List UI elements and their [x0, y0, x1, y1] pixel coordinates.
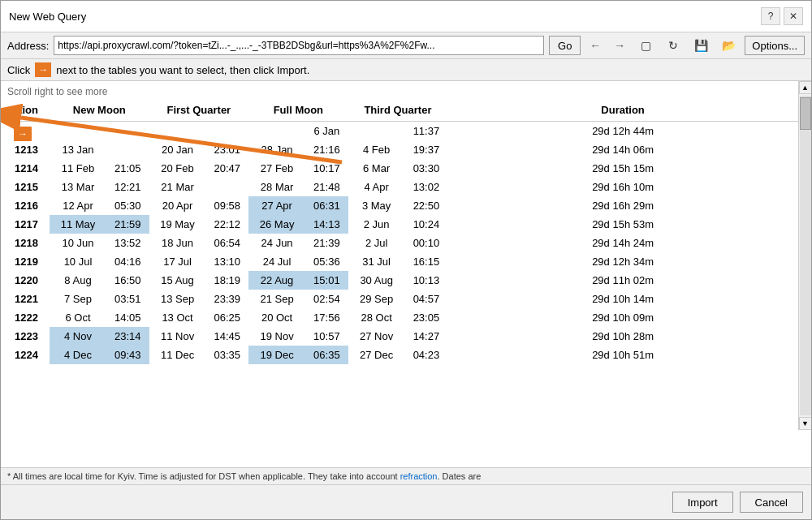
- cell-fq-time: 23:01: [206, 140, 249, 159]
- save-page-button[interactable]: 💾: [689, 36, 712, 55]
- cell-fq-time: 20:47: [206, 159, 249, 178]
- cell-duration: 29d 15h 15m: [447, 159, 798, 178]
- scroll-thumb[interactable]: [800, 97, 811, 130]
- cell-duration: 29d 16h 29m: [447, 196, 798, 215]
- import-button[interactable]: Import: [672, 492, 733, 513]
- dialog-title: New Web Query: [9, 11, 86, 23]
- open-page-button[interactable]: 📂: [717, 36, 740, 55]
- cell-fm-date: 22 Aug: [248, 271, 305, 290]
- instruction-arrow-icon: →: [35, 62, 51, 77]
- cell-fm-time: 21:16: [305, 140, 348, 159]
- cell-fm-time: 17:56: [305, 308, 348, 327]
- click-label: Click: [7, 64, 30, 76]
- col-header-new-moon: New Moon: [50, 99, 149, 122]
- cell-fm-time: 21:48: [305, 178, 348, 196]
- cell-tq-time: 00:10: [405, 234, 448, 252]
- col-header-duration: Duration: [447, 99, 798, 122]
- cell-tq-time: 19:37: [405, 140, 448, 159]
- cell-duration: 29d 14h 06m: [447, 140, 798, 159]
- cell-tq-time: 23:05: [405, 308, 448, 327]
- scrollbar-right[interactable]: ▲ ▼: [798, 81, 811, 430]
- address-input[interactable]: [54, 36, 544, 55]
- cell-fm-time: 15:01: [305, 271, 348, 290]
- cell-fm-date: 20 Oct: [248, 308, 305, 327]
- footer-note: * All times are local time for Kyiv. Tim…: [1, 467, 811, 484]
- cell-fq-date: [149, 122, 206, 141]
- cell-duration: 29d 10h 28m: [447, 327, 798, 346]
- cell-nm-date: 4 Dec: [50, 346, 106, 364]
- stop-button[interactable]: ▢: [634, 36, 657, 55]
- cell-fm-time: 06:31: [305, 196, 348, 215]
- table-row: 1217 11 May 21:59 19 May 22:12 26 May 14…: [1, 215, 798, 234]
- cell-num: 1220: [1, 271, 50, 290]
- cell-num: [1, 122, 50, 141]
- scroll-track: [800, 96, 811, 415]
- cell-fq-time: [206, 178, 249, 196]
- cell-fq-time: 18:19: [206, 271, 249, 290]
- table-row: 1216 12 Apr 05:30 20 Apr 09:58 27 Apr 06…: [1, 196, 798, 215]
- cell-nm-date: 10 Jun: [50, 234, 106, 252]
- table-row: 1220 8 Aug 16:50 15 Aug 18:19 22 Aug 15:…: [1, 271, 798, 290]
- cell-nm-time: 13:52: [106, 234, 149, 252]
- cell-tq-time: 11:37: [405, 122, 448, 141]
- cancel-button[interactable]: Cancel: [740, 492, 803, 513]
- cell-num: 1222: [1, 308, 50, 327]
- cell-fm-date: 21 Sep: [248, 290, 305, 308]
- table-row: 1215 13 Mar 12:21 21 Mar 28 Mar 21:48 4 …: [1, 178, 798, 196]
- cell-tq-time: 10:24: [405, 215, 448, 234]
- cell-fm-date: 19 Nov: [248, 327, 305, 346]
- cell-fm-date: 26 May: [248, 215, 305, 234]
- table-row: 1221 7 Sep 03:51 13 Sep 23:39 21 Sep 02:…: [1, 290, 798, 308]
- cell-fq-date: 11 Nov: [149, 327, 206, 346]
- cell-fm-time: 06:35: [305, 346, 348, 364]
- cell-num: 1215: [1, 178, 50, 196]
- cell-nm-time: 12:21: [106, 178, 149, 196]
- cell-nm-time: 14:05: [106, 308, 149, 327]
- scroll-down-arrow[interactable]: ▼: [799, 417, 812, 430]
- back-button[interactable]: ←: [585, 36, 605, 55]
- cell-fm-time: 6 Jan: [305, 122, 348, 141]
- cell-tq-date: 27 Dec: [348, 346, 405, 364]
- help-button[interactable]: ?: [761, 7, 780, 25]
- cell-fm-date: 27 Apr: [248, 196, 305, 215]
- options-button[interactable]: Options...: [745, 36, 805, 55]
- title-bar: New Web Query ? ✕: [1, 1, 811, 32]
- cell-fm-date: 24 Jun: [248, 234, 305, 252]
- cell-tq-date: 27 Nov: [348, 327, 405, 346]
- cell-tq-time: 22:50: [405, 196, 448, 215]
- table-row: 1218 10 Jun 13:52 18 Jun 06:54 24 Jun 21…: [1, 234, 798, 252]
- cell-fq-date: 17 Jul: [149, 252, 206, 271]
- table-row: 1219 10 Jul 04:16 17 Jul 13:10 24 Jul 05…: [1, 252, 798, 271]
- col-header-first-quarter: First Quarter: [149, 99, 249, 122]
- cell-num: 1219: [1, 252, 50, 271]
- forward-button[interactable]: →: [610, 36, 629, 55]
- cell-fq-time: 09:58: [206, 196, 249, 215]
- cell-nm-time: 21:59: [106, 215, 149, 234]
- cell-tq-date: 6 Mar: [348, 159, 405, 178]
- table-container[interactable]: Scroll right to see more →: [1, 81, 811, 467]
- cell-nm-date: [50, 122, 106, 141]
- refraction-link[interactable]: refraction: [400, 471, 438, 481]
- cell-nm-time: 21:05: [106, 159, 149, 178]
- go-button[interactable]: Go: [549, 36, 581, 55]
- cell-num: 1224: [1, 346, 50, 364]
- close-button[interactable]: ✕: [784, 7, 803, 25]
- new-web-query-dialog: New Web Query ? ✕ Address: Go ← → ▢ ↻ 💾 …: [0, 0, 812, 520]
- cell-duration: 29d 12h 44m: [447, 122, 798, 141]
- cell-nm-date: 4 Nov: [50, 327, 106, 346]
- table-row: 1213 13 Jan 20 Jan 23:01 28 Jan 21:16 4 …: [1, 140, 798, 159]
- scroll-up-arrow[interactable]: ▲: [799, 81, 812, 94]
- address-label: Address:: [7, 40, 49, 52]
- cell-fq-date: 19 May: [149, 215, 206, 234]
- cell-duration: 29d 10h 14m: [447, 290, 798, 308]
- cell-fq-date: 18 Jun: [149, 234, 206, 252]
- bottom-bar: Import Cancel: [1, 484, 811, 519]
- table-row: 1214 11 Feb 21:05 20 Feb 20:47 27 Feb 10…: [1, 159, 798, 178]
- cell-tq-time: 04:23: [405, 346, 448, 364]
- refresh-button[interactable]: ↻: [662, 36, 685, 55]
- cell-nm-time: 03:51: [106, 290, 149, 308]
- cell-fq-time: 03:35: [206, 346, 249, 364]
- col-header-third-quarter: Third Quarter: [348, 99, 448, 122]
- table-row: 6 Jan 11:37 29d 12h 44m: [1, 122, 798, 141]
- cell-fm-date: 19 Dec: [248, 346, 305, 364]
